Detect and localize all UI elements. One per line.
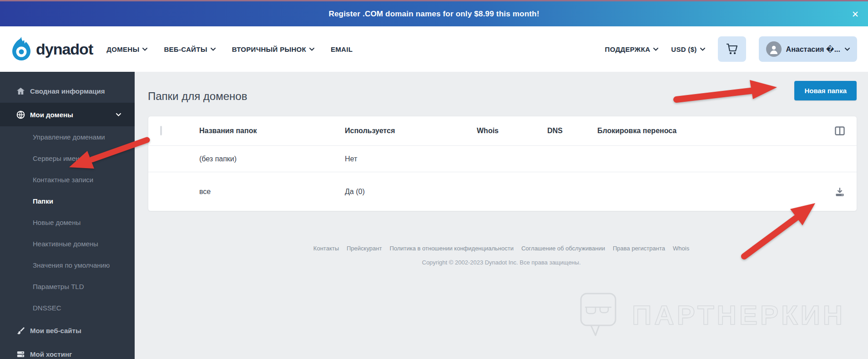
col-header-transfer-lock: Блокировка переноса xyxy=(597,127,827,135)
folder-name-cell[interactable]: все xyxy=(199,188,345,196)
new-folder-button[interactable]: Новая папка xyxy=(794,81,857,100)
watermark-text: ПАРТНЕРКИН xyxy=(632,299,845,331)
sidebar-item-manage-domains[interactable]: Управление доменами xyxy=(0,126,135,148)
nav-websites[interactable]: ВЕБ-САЙТЫ xyxy=(164,45,215,53)
in-use-cell: Да (0) xyxy=(345,188,477,196)
download-icon[interactable] xyxy=(835,187,845,197)
server-icon xyxy=(16,350,25,359)
main-nav: ДОМЕНЫ ВЕБ-САЙТЫ ВТОРИЧНЫЙ РЫНОК EMAIL xyxy=(106,45,353,53)
chevron-down-icon xyxy=(309,48,314,51)
avatar xyxy=(766,41,782,57)
support-label: ПОДДЕРЖКА xyxy=(605,45,651,53)
person-icon xyxy=(769,44,779,54)
sidebar-item-inactive-domains[interactable]: Неактивные домены xyxy=(0,233,135,254)
header-right-cluster: ПОДДЕРЖКА USD ($) Анастасия �... xyxy=(605,36,857,62)
dynadot-logo[interactable]: dynadot xyxy=(11,36,93,62)
sidebar-item-my-websites[interactable]: Мои веб-сайты xyxy=(0,319,135,342)
table-row: все Да (0) xyxy=(148,172,857,211)
currency-label: USD ($) xyxy=(671,45,696,53)
page-title: Папки для доменов xyxy=(148,90,868,103)
select-all-checkbox[interactable] xyxy=(160,126,162,135)
nav-domains-label: ДОМЕНЫ xyxy=(106,45,139,53)
footer-link-registrant-rights[interactable]: Права регистранта xyxy=(613,245,665,252)
sidebar-item-my-domains[interactable]: Мои домены xyxy=(0,103,135,126)
footer-link-service-agreement[interactable]: Соглашение об обслуживании xyxy=(521,245,605,252)
folder-name-cell[interactable]: (без папки) xyxy=(199,155,345,163)
chevron-down-icon xyxy=(211,48,216,51)
support-menu[interactable]: ПОДДЕРЖКА xyxy=(605,45,659,53)
nav-email[interactable]: EMAIL xyxy=(331,45,353,53)
col-header-in-use: Используется xyxy=(345,127,477,135)
user-name: Анастасия �... xyxy=(786,45,840,54)
sidebar-item-my-hosting[interactable]: Мой хостинг xyxy=(0,342,135,359)
sidebar-item-folders[interactable]: Папки xyxy=(0,190,135,212)
brand-name: dynadot xyxy=(36,40,93,58)
chevron-down-icon xyxy=(653,48,658,51)
chevron-down-icon xyxy=(142,48,147,51)
sidebar-item-contact-records[interactable]: Контактные записи xyxy=(0,169,135,190)
partnerkin-bubble-icon xyxy=(579,291,622,339)
col-header-folder-names: Названия папок xyxy=(199,127,345,135)
home-icon xyxy=(16,87,25,95)
main-content: Папки для доменов Новая папка Названия п… xyxy=(135,72,868,359)
copyright-text: Copyright © 2002-2023 Dynadot Inc. Все п… xyxy=(135,259,868,266)
sidebar-item-label: Мои веб-сайты xyxy=(30,327,81,334)
brush-icon xyxy=(16,326,25,335)
sidebar-item-tld-settings[interactable]: Параметры TLD xyxy=(0,276,135,297)
watermark: ПАРТНЕРКИН xyxy=(579,291,845,339)
close-icon[interactable]: ✕ xyxy=(852,10,859,18)
app-header: dynadot ДОМЕНЫ ВЕБ-САЙТЫ ВТОРИЧНЫЙ РЫНОК… xyxy=(0,26,868,72)
sidebar-item-summary[interactable]: Сводная информация xyxy=(0,79,135,103)
footer: Контакты Прейскурант Политика в отношени… xyxy=(135,244,868,266)
sidebar-item-label: Сводная информация xyxy=(30,87,105,95)
footer-link-whois[interactable]: Whois xyxy=(673,245,689,252)
cart-button[interactable] xyxy=(718,36,746,62)
chevron-down-icon xyxy=(700,48,705,51)
sidebar-item-defaults[interactable]: Значения по умолчанию xyxy=(0,254,135,276)
nav-websites-label: ВЕБ-САЙТЫ xyxy=(164,45,207,53)
nav-aftermarket[interactable]: ВТОРИЧНЫЙ РЫНОК xyxy=(232,45,314,53)
promo-banner: Register .COM domain names for only $8.9… xyxy=(0,0,868,26)
cart-icon xyxy=(726,43,738,55)
col-header-dns: DNS xyxy=(547,127,597,135)
table-row: (без папки) Нет xyxy=(148,145,857,172)
currency-selector[interactable]: USD ($) xyxy=(671,45,705,53)
folders-table: Названия папок Используется Whois DNS Бл… xyxy=(148,116,857,211)
footer-link-contacts[interactable]: Контакты xyxy=(313,245,339,252)
table-header-row: Названия папок Используется Whois DNS Бл… xyxy=(148,116,857,145)
sidebar-item-dnssec[interactable]: DNSSEC xyxy=(0,297,135,319)
user-account-menu[interactable]: Анастасия �... xyxy=(759,36,857,62)
flame-logo-icon xyxy=(11,36,32,62)
sidebar-item-label: Мои домены xyxy=(30,111,73,119)
sidebar-item-name-servers[interactable]: Серверы имен xyxy=(0,148,135,169)
sidebar-item-new-domains[interactable]: Новые домены xyxy=(0,212,135,233)
columns-icon[interactable] xyxy=(835,126,845,135)
col-header-whois: Whois xyxy=(477,127,547,135)
promo-text: Register .COM domain names for only $8.9… xyxy=(328,10,539,19)
nav-aftermarket-label: ВТОРИЧНЫЙ РЫНОК xyxy=(232,45,306,53)
chevron-down-icon xyxy=(845,48,850,51)
nav-email-label: EMAIL xyxy=(331,45,353,53)
nav-domains[interactable]: ДОМЕНЫ xyxy=(106,45,147,53)
chevron-down-icon xyxy=(116,113,121,116)
sidebar-item-label: Мой хостинг xyxy=(30,350,72,358)
sidebar: Сводная информация Мои домены Управление… xyxy=(0,72,135,359)
footer-link-privacy[interactable]: Политика в отношении конфиденциальности xyxy=(389,245,514,252)
in-use-cell: Нет xyxy=(345,155,477,163)
globe-icon xyxy=(16,110,25,119)
footer-link-pricing[interactable]: Прейскурант xyxy=(347,245,382,252)
